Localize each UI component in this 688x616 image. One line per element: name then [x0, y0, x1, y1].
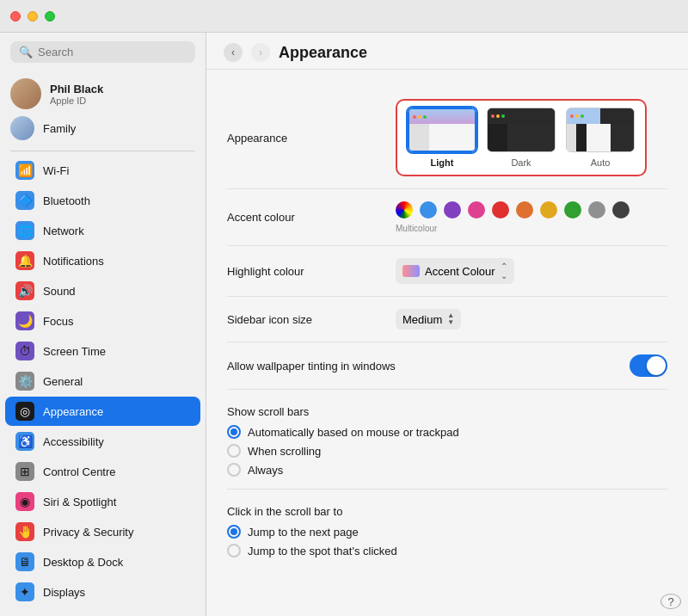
accent-green[interactable] [564, 201, 581, 219]
show-scroll-bars-title: Show scroll bars [227, 402, 309, 418]
sidebar-item-screen-time[interactable]: ⏱Screen Time [5, 336, 200, 366]
accent-red[interactable] [492, 201, 509, 219]
scroll-bars-auto[interactable]: Automatically based on mouse or trackpad [227, 425, 667, 439]
sidebar-item-desktop-dock[interactable]: 🖥Desktop & Dock [5, 547, 200, 576]
radio-scroll-scrolling [227, 444, 241, 458]
sidebar-item-siri-spotlight[interactable]: ◉Siri & Spotlight [5, 487, 200, 516]
accent-yellow[interactable] [540, 201, 557, 219]
accent-orange[interactable] [516, 201, 533, 219]
label-wi-fi: Wi-Fi [43, 164, 69, 177]
icon-privacy-security: 🤚 [15, 522, 34, 541]
highlight-swatch [402, 265, 420, 277]
appearance-name-light: Light [431, 157, 454, 168]
wallpaper-tinting-row: Allow wallpaper tinting in windows [227, 342, 667, 390]
sidebar-icon-size-value: Medium [402, 313, 442, 326]
scroll-bars-always-label: Always [248, 464, 283, 477]
family-row[interactable]: Family [0, 113, 206, 147]
icon-control-centre: ⊞ [15, 462, 34, 481]
sidebar-item-wi-fi[interactable]: 📶Wi-Fi [5, 156, 200, 185]
click-scroll-jump-spot[interactable]: Jump to the spot that's clicked [227, 544, 667, 557]
appearance-option-auto[interactable]: Auto [566, 108, 635, 168]
click-scroll-jump-spot-label: Jump to the spot that's clicked [248, 545, 397, 557]
icon-siri-spotlight: ◉ [15, 492, 34, 511]
label-general: General [43, 375, 83, 388]
wallpaper-tinting-toggle[interactable] [630, 354, 667, 377]
click-scroll-jump-page-label: Jump to the next page [248, 526, 359, 539]
icon-focus: 🌙 [15, 311, 34, 330]
click-scroll-bar-row: Click in the scroll bar to Jump to the n… [227, 490, 667, 570]
sidebar-divider [10, 151, 195, 151]
search-input[interactable] [38, 46, 187, 59]
accent-colour-label: Accent colour [227, 211, 382, 224]
sidebar-item-appearance[interactable]: ◎Appearance [5, 397, 200, 426]
icon-sound: 🔊 [15, 281, 34, 300]
user-name: Phil Black [50, 83, 103, 95]
accent-colour-row: Accent colour [227, 189, 667, 246]
accent-colors: Multicolour [396, 201, 630, 233]
sidebar-item-sound[interactable]: 🔊Sound [5, 276, 200, 305]
sidebar-item-accessibility[interactable]: ♿Accessibility [5, 427, 200, 456]
label-notifications: Notifications [43, 255, 104, 268]
sidebar-item-general[interactable]: ⚙️General [5, 367, 200, 396]
titlebar [0, 0, 688, 33]
search-bar[interactable]: 🔍 [10, 41, 195, 63]
highlight-colour-control[interactable]: Accent Colour ⌃⌄ [396, 258, 514, 284]
sidebar-item-bluetooth[interactable]: 🔷Bluetooth [5, 186, 200, 215]
click-scroll-jump-page[interactable]: Jump to the next page [227, 525, 667, 539]
label-privacy-security: Privacy & Security [43, 526, 133, 539]
sidebar-icon-size-control[interactable]: Medium ▲▼ [396, 309, 461, 330]
scroll-bars-scrolling[interactable]: When scrolling [227, 444, 667, 458]
icon-network: 🌐 [15, 221, 34, 240]
content-area: ‹ › Appearance Appearance [206, 33, 688, 616]
icon-notifications: 🔔 [15, 251, 34, 270]
wallpaper-tinting-label: Allow wallpaper tinting in windows [227, 360, 468, 373]
sidebar-item-network[interactable]: 🌐Network [5, 216, 200, 245]
label-desktop-dock: Desktop & Dock [43, 556, 123, 569]
sidebar: 🔍 Phil Black Apple ID Family 📶Wi-Fi🔷Blue… [0, 33, 206, 616]
appearance-thumb-auto [566, 108, 635, 152]
appearance-option-dark[interactable]: Dark [487, 108, 556, 168]
forward-button[interactable]: › [251, 43, 270, 62]
sidebar-item-privacy-security[interactable]: 🤚Privacy & Security [5, 517, 200, 546]
close-button[interactable] [10, 11, 21, 22]
label-screen-time: Screen Time [43, 345, 106, 358]
accent-blue[interactable] [420, 201, 437, 219]
content-header: ‹ › Appearance [206, 33, 688, 70]
stepper-arrows: ▲▼ [447, 312, 454, 326]
icon-screen-time: ⏱ [15, 342, 34, 360]
accent-black[interactable] [612, 201, 630, 219]
accent-purple[interactable] [444, 201, 461, 219]
icon-general: ⚙️ [15, 372, 34, 391]
icon-displays: ✦ [15, 582, 34, 601]
accent-row [396, 201, 630, 219]
scroll-bars-always[interactable]: Always [227, 463, 667, 477]
icon-accessibility: ♿ [15, 432, 34, 451]
sidebar-item-displays[interactable]: ✦Displays [5, 577, 200, 607]
minimize-button[interactable] [28, 11, 38, 22]
show-scroll-bars-group: Automatically based on mouse or trackpad… [227, 425, 667, 477]
label-accessibility: Accessibility [43, 435, 104, 448]
click-scroll-bar-title: Click in the scroll bar to [227, 502, 342, 518]
sidebar-items-container: 📶Wi-Fi🔷Bluetooth🌐Network🔔Notifications🔊S… [0, 155, 206, 607]
sidebar-item-control-centre[interactable]: ⊞Control Centre [5, 457, 200, 486]
accent-graphite[interactable] [588, 201, 605, 219]
appearance-row: Appearance [227, 87, 667, 189]
label-bluetooth: Bluetooth [43, 194, 90, 207]
help-button[interactable]: ? [660, 594, 681, 609]
highlight-colour-label: Highlight colour [227, 265, 382, 278]
sidebar-item-focus[interactable]: 🌙Focus [5, 306, 200, 336]
toggle-knob [647, 356, 666, 375]
accent-multicolor-label: Multicolour [396, 224, 437, 233]
icon-appearance: ◎ [15, 402, 34, 421]
radio-jump-spot [227, 544, 241, 557]
user-profile[interactable]: Phil Black Apple ID [0, 71, 206, 113]
maximize-button[interactable] [45, 11, 55, 22]
accent-multicolor[interactable] [396, 201, 413, 219]
accent-pink[interactable] [468, 201, 485, 219]
icon-wi-fi: 📶 [15, 161, 34, 180]
highlight-colour-value: Accent Colour [425, 265, 495, 278]
back-button[interactable]: ‹ [224, 43, 243, 62]
sidebar-item-notifications[interactable]: 🔔Notifications [5, 246, 200, 275]
label-displays: Displays [43, 586, 85, 599]
appearance-option-light[interactable]: Light [408, 108, 476, 168]
